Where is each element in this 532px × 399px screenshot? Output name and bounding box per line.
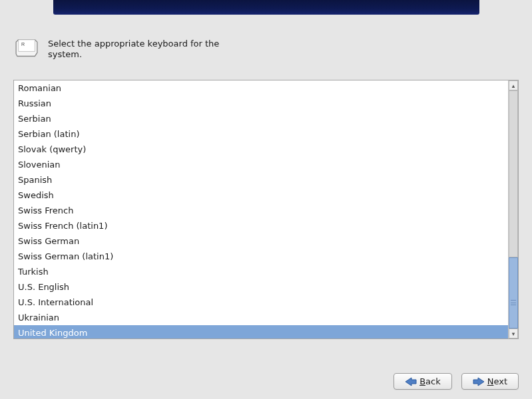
installer-keyboard-page: R Select the appropriate keyboard for th… <box>0 0 532 399</box>
header-banner <box>53 0 479 15</box>
keyboard-option[interactable]: Spanish <box>14 172 508 188</box>
keyboard-option[interactable]: U.S. English <box>14 279 508 295</box>
scroll-track[interactable] <box>509 90 518 329</box>
nav-button-row: Back Next <box>394 373 519 390</box>
scrollbar[interactable]: ▴ ▾ <box>508 80 518 338</box>
keyboard-option[interactable]: Slovenian <box>14 157 508 172</box>
scroll-down-button[interactable]: ▾ <box>509 329 518 338</box>
keyboard-option[interactable]: Turkish <box>14 264 508 279</box>
keyboard-list[interactable]: RomanianRussianSerbianSerbian (latin)Slo… <box>14 80 508 338</box>
back-button[interactable]: Back <box>394 373 452 390</box>
keyboard-option[interactable]: Swiss German (latin1) <box>14 249 508 264</box>
back-button-label: Back <box>419 376 441 386</box>
keyboard-option[interactable]: Swiss French <box>14 203 508 218</box>
next-button-label: Next <box>487 376 507 386</box>
arrow-right-icon <box>473 377 485 386</box>
keyboard-list-frame: RomanianRussianSerbianSerbian (latin)Slo… <box>13 80 519 339</box>
prompt-row: R Select the appropriate keyboard for th… <box>15 39 234 61</box>
scroll-up-button[interactable]: ▴ <box>509 80 518 90</box>
keyboard-option[interactable]: Serbian <box>14 111 508 126</box>
keyboard-option[interactable]: Ukrainian <box>14 310 508 325</box>
keyboard-option[interactable]: Swiss German <box>14 233 508 249</box>
prompt-text: Select the appropriate keyboard for the … <box>48 39 234 61</box>
keyboard-option[interactable]: Swedish <box>14 188 508 203</box>
keyboard-option[interactable]: U.S. International <box>14 295 508 310</box>
keyboard-option[interactable]: Serbian (latin) <box>14 126 508 142</box>
keyboard-option[interactable]: Russian <box>14 96 508 111</box>
keyboard-option[interactable]: Swiss French (latin1) <box>14 218 508 233</box>
svg-marker-3 <box>473 378 484 386</box>
keyboard-option[interactable]: United Kingdom <box>14 325 508 338</box>
keyboard-option[interactable]: Romanian <box>14 80 508 96</box>
keyboard-option[interactable]: Slovak (qwerty) <box>14 142 508 157</box>
scroll-grip <box>511 300 516 305</box>
scroll-thumb-lower[interactable] <box>509 257 518 329</box>
svg-marker-2 <box>405 378 416 386</box>
keyboard-key-icon: R <box>15 39 39 59</box>
key-glyph: R <box>21 42 25 47</box>
scroll-thumb-upper[interactable] <box>509 90 518 257</box>
next-button[interactable]: Next <box>461 373 519 390</box>
arrow-left-icon <box>405 377 417 386</box>
